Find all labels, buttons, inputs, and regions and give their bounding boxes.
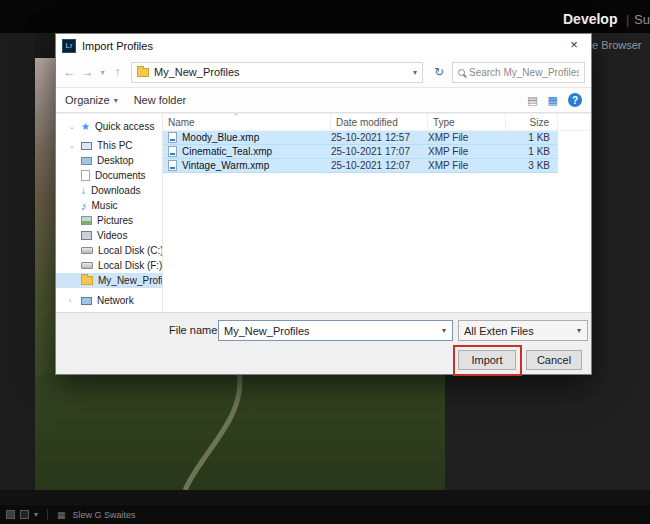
column-label: Type — [433, 117, 455, 128]
breadcrumb[interactable]: My_New_Profiles ▾ — [131, 62, 423, 83]
sidebar-item-quick-access[interactable]: ⌄ ★ Quick access — [56, 119, 162, 134]
column-header-date-modified[interactable]: Date modified — [331, 114, 428, 130]
expand-icon[interactable]: ⌄ — [69, 142, 76, 150]
desktop-icon — [81, 157, 92, 165]
column-header-type[interactable]: Type — [428, 114, 506, 130]
column-header-size[interactable]: Size — [506, 114, 558, 130]
sidebar-item-label: Desktop — [97, 155, 134, 166]
sidebar-item-local-disk-f[interactable]: Local Disk (F:) — [56, 258, 162, 273]
import-profiles-dialog: Lr Import Profiles × ← → ▾ ↑ My_New_Prof… — [55, 33, 592, 375]
navigation-bar: ← → ▾ ↑ My_New_Profiles ▾ ↻ — [56, 57, 591, 88]
chevron-down-icon[interactable]: ▾ — [571, 326, 587, 335]
file-list: ˆ Name Date modified Type Size — [163, 114, 591, 314]
column-headers: ˆ Name Date modified Type Size — [163, 114, 591, 131]
table-row[interactable]: Moody_Blue.xmp 25-10-2021 12:57 XMP File… — [163, 131, 558, 145]
file-name-cell: Vintage_Warm.xmp — [163, 160, 331, 171]
disk-icon — [81, 262, 93, 269]
view-mode-icon[interactable] — [6, 510, 15, 519]
history-dropdown-icon[interactable]: ▾ — [98, 68, 107, 77]
change-view-icon[interactable]: ▤ — [527, 94, 537, 107]
sidebar-item-this-pc[interactable]: ⌄ This PC — [56, 138, 162, 153]
sidebar-item-label: Music — [92, 200, 118, 211]
dialog-titlebar[interactable]: Lr Import Profiles × — [56, 34, 591, 57]
new-folder-button[interactable]: New folder — [134, 94, 187, 106]
search-box[interactable] — [452, 62, 585, 83]
toolbar-status-text: Slew G Swaites — [73, 510, 136, 520]
organize-menu[interactable]: Organize ▾ — [65, 94, 118, 106]
column-header-name[interactable]: ˆ Name — [163, 114, 331, 130]
file-type: XMP File — [428, 132, 506, 143]
refresh-icon[interactable]: ↻ — [429, 65, 449, 79]
breadcrumb-folder[interactable]: My_New_Profiles — [154, 66, 240, 78]
file-size: 1 KB — [506, 146, 558, 157]
column-label: Date modified — [336, 117, 398, 128]
document-icon — [81, 170, 90, 181]
column-label: Size — [530, 117, 549, 128]
sidebar-item-pictures[interactable]: Pictures — [56, 213, 162, 228]
chevron-down-icon[interactable]: ▾ — [436, 326, 452, 335]
screen: Develop | Su e Browser ▾ ▦ Slew G Swaite… — [0, 0, 650, 524]
sidebar-item-network[interactable]: › Network — [56, 293, 162, 308]
sidebar-item-music[interactable]: ♪ Music — [56, 198, 162, 213]
file-name: Vintage_Warm.xmp — [182, 160, 269, 171]
sort-ascending-icon: ˆ — [235, 114, 238, 121]
sidebar-item-label: Local Disk (C:) — [98, 245, 163, 256]
video-icon — [81, 231, 92, 240]
forward-icon[interactable]: → — [80, 65, 95, 79]
chevron-down-icon[interactable]: ▾ — [34, 510, 38, 519]
help-icon[interactable]: ? — [568, 93, 582, 107]
back-icon[interactable]: ← — [62, 65, 77, 79]
address-dropdown-icon[interactable]: ▾ — [413, 68, 417, 77]
xmp-file-icon — [168, 146, 177, 157]
sidebar-item-local-disk-c[interactable]: Local Disk (C:) — [56, 243, 162, 258]
sidebar-item-downloads[interactable]: ↓ Downloads — [56, 183, 162, 198]
file-name-label: File name: — [169, 324, 220, 336]
close-icon[interactable]: × — [557, 34, 591, 57]
music-icon: ♪ — [81, 200, 87, 212]
table-row[interactable]: Vintage_Warm.xmp 25-10-2021 12:07 XMP Fi… — [163, 159, 558, 173]
network-icon — [81, 297, 92, 305]
table-row[interactable]: Cinematic_Teal.xmp 25-10-2021 17:07 XMP … — [163, 145, 558, 159]
preview-pane-icon[interactable]: ▦ — [548, 94, 558, 107]
command-bar-right: ▤ ▦ ? — [527, 93, 582, 107]
file-date: 25-10-2021 17:07 — [331, 146, 428, 157]
file-name-cell: Moody_Blue.xmp — [163, 132, 331, 143]
toolbar-divider — [47, 509, 48, 520]
sidebar-item-label: Local Disk (F:) — [98, 260, 162, 271]
bottom-strip — [0, 490, 650, 505]
file-date: 25-10-2021 12:57 — [331, 132, 428, 143]
search-input[interactable] — [469, 67, 579, 78]
picture-icon — [81, 216, 92, 225]
import-button[interactable]: Import — [458, 350, 516, 370]
folder-icon — [137, 68, 149, 77]
file-name-field[interactable]: My_New_Profiles ▾ — [218, 320, 453, 341]
profile-browser-label[interactable]: e Browser — [592, 39, 642, 51]
dialog-title: Import Profiles — [82, 40, 153, 52]
dialog-main: ⌄ ★ Quick access ⌄ This PC Desktop Docum… — [56, 114, 591, 314]
module-separator: | — [626, 12, 629, 27]
next-module-label[interactable]: Su — [634, 12, 650, 27]
secondary-view-icon[interactable] — [20, 510, 29, 519]
develop-module-label[interactable]: Develop — [563, 11, 617, 27]
new-folder-label: New folder — [134, 94, 187, 106]
sidebar-item-label: Quick access — [95, 121, 154, 132]
sidebar-item-videos[interactable]: Videos — [56, 228, 162, 243]
file-type: XMP File — [428, 146, 506, 157]
search-icon — [458, 69, 465, 76]
collapse-icon[interactable]: › — [69, 297, 76, 304]
sidebar-item-documents[interactable]: Documents — [56, 168, 162, 183]
up-icon[interactable]: ↑ — [110, 65, 125, 79]
sidebar-item-my-new-profiles[interactable]: My_New_Profil... — [56, 273, 162, 288]
filmstrip-toolbar: ▾ ▦ Slew G Swaites — [0, 505, 650, 524]
grid-icon[interactable]: ▦ — [57, 510, 66, 520]
sidebar-item-label: Pictures — [97, 215, 133, 226]
sidebar-item-desktop[interactable]: Desktop — [56, 153, 162, 168]
file-type-select[interactable]: All Exten Files ▾ — [458, 320, 588, 341]
cancel-button[interactable]: Cancel — [526, 350, 582, 370]
expand-icon[interactable]: ⌄ — [69, 123, 76, 131]
sidebar-item-label: Videos — [97, 230, 127, 241]
left-rail — [0, 33, 35, 490]
sidebar-item-label: Downloads — [91, 185, 140, 196]
file-name-value[interactable]: My_New_Profiles — [219, 325, 436, 337]
sidebar-item-label: My_New_Profil... — [98, 275, 163, 286]
